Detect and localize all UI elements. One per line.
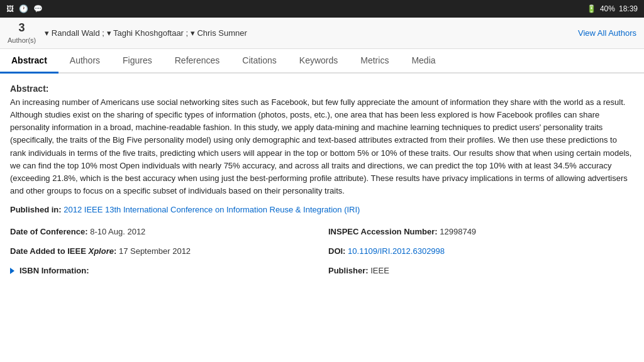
inspec-label: INSPEC Accession Number: [328, 227, 438, 236]
published-in-link[interactable]: 2012 IEEE 13th International Conference … [64, 205, 360, 214]
clock-icon: 🕐 [19, 4, 28, 13]
authors-bar: 3 Author(s) ▾ Randall Wald ; ▾ Taghi Kho… [0, 18, 644, 49]
doi-label: DOI: [328, 246, 345, 256]
tab-keywords[interactable]: Keywords [288, 49, 349, 74]
message-icon: 💬 [33, 4, 43, 13]
metadata-grid: Date of Conference: 8-10 Aug. 2012 INSPE… [10, 224, 634, 278]
date-added-value: 17 September 2012 [119, 246, 191, 256]
tabs-bar: Abstract Authors Figures References Cita… [0, 49, 644, 74]
publisher-value: IEEE [370, 266, 389, 275]
tab-citations[interactable]: Citations [231, 49, 287, 74]
view-all-authors-link[interactable]: View All Authors [578, 28, 636, 38]
author-link-2[interactable]: ▾ Taghi Khoshgoftaar [107, 28, 184, 38]
isbn-toggle[interactable]: ISBN Information: [10, 266, 316, 275]
tab-figures[interactable]: Figures [111, 49, 164, 74]
author-names-list: ▾ Randall Wald ; ▾ Taghi Khoshgoftaar ; … [45, 28, 578, 38]
status-bar-left: 🖼 🕐 💬 [6, 4, 43, 13]
published-in-label: Published in: [10, 205, 64, 214]
battery-level: 40% [600, 4, 615, 13]
date-of-conference-value: 8-10 Aug. 2012 [90, 227, 145, 236]
publisher: Publisher: IEEE [328, 263, 634, 278]
date-of-conference: Date of Conference: 8-10 Aug. 2012 [10, 224, 316, 239]
author-count: 3 Author(s) [8, 21, 36, 45]
doi: DOI: 10.1109/IRI.2012.6302998 [328, 244, 634, 258]
tab-authors[interactable]: Authors [58, 49, 111, 74]
abstract-text: An increasing number of Americans use so… [10, 96, 634, 197]
isbn-triangle-icon [10, 268, 14, 274]
published-in: Published in: 2012 IEEE 13th Internation… [10, 205, 634, 214]
battery-icon: 🔋 [587, 4, 596, 13]
isbn-info: ISBN Information: [10, 263, 316, 278]
tab-metrics[interactable]: Metrics [349, 49, 400, 74]
author-link-1[interactable]: ▾ Randall Wald [45, 28, 99, 38]
tab-abstract[interactable]: Abstract [0, 49, 58, 74]
author-link-3[interactable]: ▾ Chris Sumner [191, 28, 247, 38]
date-of-conference-label: Date of Conference: [10, 227, 88, 236]
tab-media[interactable]: Media [400, 49, 447, 74]
inspec-number: INSPEC Accession Number: 12998749 [328, 224, 634, 239]
inspec-value: 12998749 [440, 227, 476, 236]
date-added-label: Date Added to IEEE Xplore: [10, 246, 119, 256]
content-area: Abstract: An increasing number of Americ… [0, 74, 644, 361]
time-display: 18:39 [619, 4, 638, 13]
author-count-label: Author(s) [8, 36, 36, 44]
image-icon: 🖼 [6, 4, 14, 13]
date-added: Date Added to IEEE Xplore: 17 September … [10, 244, 316, 258]
abstract-title: Abstract: [10, 84, 634, 94]
tab-references[interactable]: References [164, 49, 231, 74]
publisher-label: Publisher: [328, 266, 369, 275]
author-count-number: 3 [8, 21, 36, 35]
status-bar: 🖼 🕐 💬 🔋 40% 18:39 [0, 0, 644, 18]
doi-link[interactable]: 10.1109/IRI.2012.6302998 [348, 246, 445, 256]
status-bar-right: 🔋 40% 18:39 [587, 4, 638, 13]
isbn-label: ISBN Information: [19, 266, 89, 275]
